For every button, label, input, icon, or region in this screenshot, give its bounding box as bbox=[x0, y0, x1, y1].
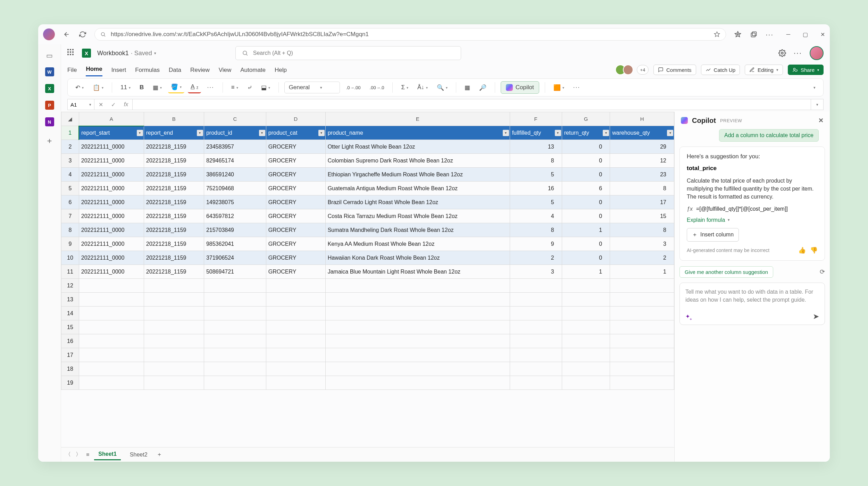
table-header-cell[interactable]: report_end▾ bbox=[144, 126, 204, 140]
cell[interactable]: Guatemala Antigua Medium Roast Whole Bea… bbox=[325, 182, 510, 195]
presence-pile[interactable] bbox=[618, 65, 633, 75]
cell[interactable]: Costa Rica Tarrazu Medium Roast Whole Be… bbox=[325, 209, 510, 223]
cell[interactable] bbox=[325, 293, 510, 307]
cell[interactable]: 202212111_0000 bbox=[79, 237, 144, 251]
cell[interactable] bbox=[325, 376, 510, 390]
cell[interactable]: 17 bbox=[610, 195, 674, 209]
cell[interactable]: 3 bbox=[510, 265, 562, 279]
cell[interactable]: 20221218_1159 bbox=[144, 237, 204, 251]
addins-button[interactable]: ▦ bbox=[462, 82, 473, 93]
font-color-button[interactable]: A▾ bbox=[188, 82, 201, 93]
share-button[interactable]: Share▾ bbox=[788, 65, 824, 75]
increase-decimal-button[interactable]: .0→.00 bbox=[343, 82, 364, 93]
filter-icon[interactable]: ▾ bbox=[555, 130, 561, 136]
insert-column-button[interactable]: ＋ Insert column bbox=[687, 228, 739, 242]
cell[interactable] bbox=[510, 279, 562, 293]
wrap-text-button[interactable]: ⤶ bbox=[244, 82, 255, 93]
cell[interactable] bbox=[610, 279, 674, 293]
cell[interactable] bbox=[562, 362, 610, 376]
col-header-C[interactable]: C bbox=[204, 112, 266, 126]
fill-color-button[interactable]: 🪣▾ bbox=[168, 82, 184, 93]
user-avatar-icon[interactable] bbox=[810, 46, 824, 60]
cell[interactable]: Ethiopian Yirgacheffe Medium Roast Whole… bbox=[325, 168, 510, 182]
cell[interactable]: 0 bbox=[562, 237, 610, 251]
align-button[interactable]: ≡▾ bbox=[228, 82, 241, 93]
extensions-icon[interactable] bbox=[750, 30, 758, 39]
filter-icon[interactable]: ▾ bbox=[667, 130, 673, 136]
cell[interactable]: 0 bbox=[562, 140, 610, 154]
cell[interactable]: 1 bbox=[562, 223, 610, 237]
cell[interactable] bbox=[510, 307, 562, 320]
cell[interactable]: 0 bbox=[562, 195, 610, 209]
enter-formula-icon[interactable]: ✓ bbox=[111, 101, 116, 108]
cell[interactable]: 215703849 bbox=[204, 223, 266, 237]
cell[interactable] bbox=[610, 320, 674, 334]
cell[interactable]: 23 bbox=[610, 168, 674, 182]
cell[interactable] bbox=[79, 334, 144, 348]
send-prompt-icon[interactable]: ➤ bbox=[813, 312, 819, 321]
tab-insert[interactable]: Insert bbox=[111, 67, 126, 76]
tab-automate[interactable]: Automate bbox=[240, 67, 266, 76]
cell[interactable] bbox=[79, 293, 144, 307]
cell[interactable] bbox=[562, 320, 610, 334]
tab-view[interactable]: View bbox=[219, 67, 232, 76]
cell[interactable]: 202212111_0000 bbox=[79, 182, 144, 195]
row-header[interactable]: 16 bbox=[61, 334, 79, 348]
cell[interactable] bbox=[204, 279, 266, 293]
cell[interactable] bbox=[266, 376, 325, 390]
all-sheets-icon[interactable]: ≡ bbox=[86, 452, 89, 458]
cell[interactable]: 202212111_0000 bbox=[79, 265, 144, 279]
cell[interactable] bbox=[610, 362, 674, 376]
cell[interactable] bbox=[144, 348, 204, 362]
tab-help[interactable]: Help bbox=[275, 67, 287, 76]
cell[interactable]: GROCERY bbox=[266, 265, 325, 279]
tab-formulas[interactable]: Formulas bbox=[135, 67, 160, 76]
merge-button[interactable]: ⬓▾ bbox=[258, 82, 273, 93]
cell[interactable] bbox=[79, 376, 144, 390]
cell[interactable] bbox=[266, 279, 325, 293]
excel-app-icon[interactable]: X bbox=[45, 84, 54, 93]
spreadsheet-grid[interactable]: ◢ A B C D E F G H 1report_start▾ bbox=[61, 112, 674, 447]
table-header-cell[interactable]: return_qty▾ bbox=[562, 126, 610, 140]
cell[interactable] bbox=[204, 307, 266, 320]
tab-home[interactable]: Home bbox=[86, 66, 102, 76]
row-header[interactable]: 15 bbox=[61, 320, 79, 334]
explain-formula-button[interactable]: Explain formula▾ bbox=[687, 217, 818, 223]
cell[interactable]: Colombian Supremo Dark Roast Whole Bean … bbox=[325, 154, 510, 168]
tb-more-font-icon[interactable]: ··· bbox=[205, 82, 217, 93]
cell[interactable] bbox=[562, 376, 610, 390]
refresh-icon[interactable] bbox=[78, 30, 87, 39]
cell[interactable] bbox=[610, 293, 674, 307]
cell[interactable]: 20221218_1159 bbox=[144, 182, 204, 195]
close-window-icon[interactable]: ✕ bbox=[820, 31, 825, 38]
col-header-F[interactable]: F bbox=[510, 112, 562, 126]
maximize-icon[interactable]: ▢ bbox=[803, 31, 808, 38]
cell[interactable] bbox=[79, 320, 144, 334]
sheet-tab-1[interactable]: Sheet1 bbox=[94, 449, 120, 460]
cell[interactable]: 20221218_1159 bbox=[144, 168, 204, 182]
col-header-E[interactable]: E bbox=[325, 112, 510, 126]
cell[interactable]: 8 bbox=[610, 182, 674, 195]
address-bar[interactable] bbox=[94, 28, 726, 41]
paste-button[interactable]: 📋▾ bbox=[90, 82, 106, 93]
cell[interactable]: 2 bbox=[510, 251, 562, 265]
fx-icon[interactable]: fx bbox=[124, 101, 128, 108]
row-header[interactable]: 4 bbox=[61, 168, 79, 182]
powerpoint-app-icon[interactable]: P bbox=[45, 101, 54, 110]
cell[interactable]: 202212111_0000 bbox=[79, 251, 144, 265]
cell[interactable]: 202212111_0000 bbox=[79, 140, 144, 154]
col-header-A[interactable]: A bbox=[79, 112, 144, 126]
cell[interactable] bbox=[562, 279, 610, 293]
cell[interactable]: 8 bbox=[610, 223, 674, 237]
cell[interactable]: 20221218_1159 bbox=[144, 251, 204, 265]
row-header[interactable]: 5 bbox=[61, 182, 79, 195]
cell[interactable] bbox=[144, 376, 204, 390]
cell[interactable] bbox=[510, 348, 562, 362]
onenote-app-icon[interactable]: N bbox=[45, 117, 54, 126]
cell[interactable]: 202212111_0000 bbox=[79, 195, 144, 209]
cell[interactable]: 20221218_1159 bbox=[144, 195, 204, 209]
cell[interactable]: GROCERY bbox=[266, 251, 325, 265]
cell[interactable] bbox=[266, 293, 325, 307]
cell[interactable] bbox=[144, 362, 204, 376]
bold-button[interactable]: B bbox=[137, 82, 147, 93]
